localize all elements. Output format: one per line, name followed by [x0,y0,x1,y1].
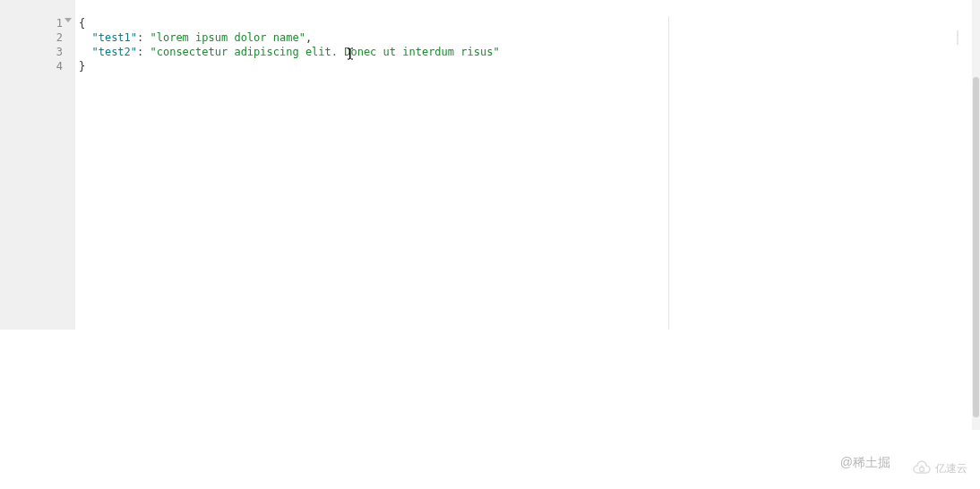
code-line[interactable]: { [79,16,957,30]
code-token: { [79,17,85,30]
cloud-icon [912,460,932,476]
watermark-logo: 亿速云 [912,460,967,476]
code-line[interactable]: } [79,59,957,73]
code-token: : [137,46,150,58]
line-number[interactable]: 4 [0,59,63,73]
line-number-gutter[interactable]: 1234 [0,0,75,330]
code-token: } [79,60,85,73]
code-token: "test1" [91,31,137,44]
code-token: , [305,31,312,44]
code-token [79,46,91,58]
watermark-text-2: 亿速云 [935,461,967,476]
line-number[interactable]: 1 [0,16,63,30]
vertical-scrollbar[interactable] [972,0,980,430]
code-token: "test2" [91,46,137,58]
watermark-text-1: @稀土掘 [840,455,890,471]
code-token: "consectetur adipiscing elit. Donec ut i… [150,46,499,58]
line-number[interactable]: 3 [0,45,63,59]
print-margin-line [668,16,669,330]
code-token: : [137,31,150,44]
code-token [79,31,91,44]
code-editor[interactable]: 1234 { "test1": "lorem ipsum dolor name"… [0,0,957,330]
code-token: "lorem ipsum dolor name" [150,31,305,44]
code-line[interactable]: "test2": "consectetur adipiscing elit. D… [79,45,957,59]
svg-point-1 [920,468,924,472]
code-line[interactable]: "test1": "lorem ipsum dolor name", [79,30,957,45]
fold-arrow-icon[interactable] [64,18,72,22]
line-number[interactable]: 2 [0,30,63,45]
code-body[interactable]: { "test1": "lorem ipsum dolor name", "te… [75,0,957,330]
scrollbar-thumb[interactable] [973,77,979,417]
